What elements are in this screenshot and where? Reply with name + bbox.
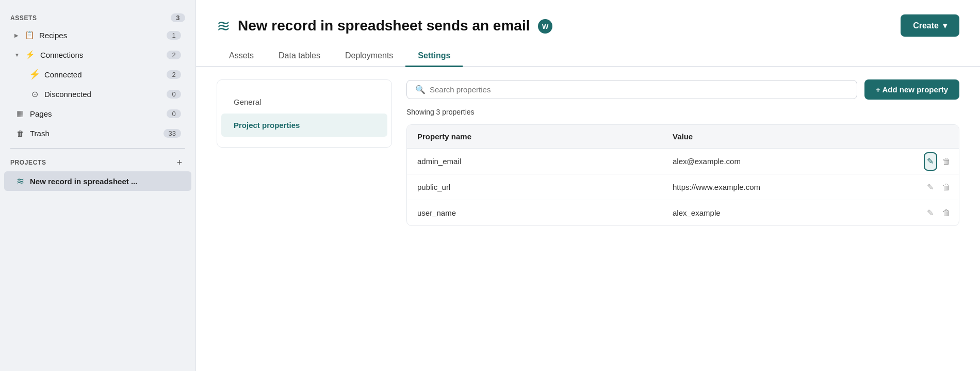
add-project-button[interactable]: + <box>174 157 185 168</box>
settings-left-panel: General Project properties <box>217 79 392 148</box>
settings-menu-project-properties[interactable]: Project properties <box>221 114 387 137</box>
col-actions <box>918 125 959 148</box>
settings-menu-general[interactable]: General <box>221 90 387 114</box>
sidebar-item-label-trash: Trash <box>30 129 159 138</box>
assets-section-header: ASSETS 3 <box>0 10 195 25</box>
connected-icon: ⚡ <box>29 69 40 80</box>
projects-section-header: PROJECTS + <box>0 154 195 171</box>
table-row: public_url https://www.example.com ✎ 🗑 <box>407 174 959 200</box>
property-name-2: user_name <box>407 200 662 225</box>
main-header: ≋ New record in spreadsheet sends an ema… <box>196 0 980 37</box>
add-property-button[interactable]: + Add new property <box>864 79 959 100</box>
sidebar-item-label-pages: Pages <box>30 109 162 118</box>
col-property-name: Property name <box>407 125 662 148</box>
recipes-icon: 📋 <box>24 29 35 41</box>
create-button-label: Create <box>913 21 939 30</box>
sidebar-item-label-recipes: Recipes <box>39 31 162 40</box>
page-title: New record in spreadsheet sends an email… <box>238 18 893 34</box>
property-name-1: public_url <box>407 174 662 200</box>
tab-assets[interactable]: Assets <box>217 46 266 67</box>
tabs-bar: Assets Data tables Deployments Settings <box>196 46 980 67</box>
connections-icon: ⚡ <box>25 49 36 60</box>
edit-property-2-button[interactable]: ✎ <box>924 204 937 222</box>
sidebar-item-connected[interactable]: ⚡ Connected 2 <box>4 64 191 84</box>
sidebar-item-active-project[interactable]: ≋ New record in spreadsheet ... <box>4 171 191 191</box>
property-name-0: admin_email <box>407 149 662 174</box>
table-header: Property name Value <box>407 125 959 149</box>
sidebar-item-trash[interactable]: 🗑 Trash 33 <box>4 123 191 143</box>
col-value: Value <box>662 125 918 148</box>
property-value-0: alex@example.com <box>662 149 918 174</box>
create-button[interactable]: Create ▾ <box>901 14 959 37</box>
sidebar: ASSETS 3 ▶ 📋 Recipes 1 ▼ ⚡ Connections 2… <box>0 0 196 371</box>
settings-content: General Project properties 🔍 + Add new p… <box>196 67 980 371</box>
sidebar-project-label: New record in spreadsheet ... <box>30 177 181 186</box>
projects-label: PROJECTS <box>10 159 46 166</box>
workspace-badge: W <box>538 19 552 34</box>
sidebar-item-recipes[interactable]: ▶ 📋 Recipes 1 <box>4 25 191 45</box>
properties-table: Property name Value admin_email alex@exa… <box>406 124 959 226</box>
connections-count-badge: 2 <box>167 51 181 59</box>
search-icon: 🔍 <box>415 85 426 94</box>
sidebar-item-label-disconnected: Disconnected <box>44 90 162 99</box>
disconnected-icon: ⊙ <box>29 88 40 100</box>
page-title-text: New record in spreadsheet sends an email <box>238 18 530 34</box>
recipes-collapse-icon: ▶ <box>14 33 19 38</box>
property-value-2: alex_example <box>662 200 918 225</box>
row-actions-0: ✎ 🗑 <box>918 152 959 171</box>
properties-toolbar: 🔍 + Add new property <box>406 79 959 100</box>
row-actions-2: ✎ 🗑 <box>918 204 959 222</box>
showing-count-label: Showing 3 properties <box>406 108 959 116</box>
sidebar-item-connections[interactable]: ▼ ⚡ Connections 2 <box>4 45 191 64</box>
main-content: ≋ New record in spreadsheet sends an ema… <box>196 0 980 371</box>
delete-property-2-button[interactable]: 🗑 <box>940 204 953 222</box>
project-icon: ≋ <box>14 175 26 187</box>
edit-property-1-button[interactable]: ✎ <box>924 178 937 197</box>
sidebar-item-disconnected[interactable]: ⊙ Disconnected 0 <box>4 84 191 104</box>
recipes-count-badge: 1 <box>167 31 181 40</box>
delete-property-0-button[interactable]: 🗑 <box>940 152 953 171</box>
delete-property-1-button[interactable]: 🗑 <box>940 178 953 197</box>
tab-deployments[interactable]: Deployments <box>333 46 405 67</box>
tab-settings[interactable]: Settings <box>405 46 463 67</box>
pages-count-badge: 0 <box>167 109 181 118</box>
connections-collapse-icon: ▼ <box>14 52 20 58</box>
tab-data-tables[interactable]: Data tables <box>266 46 333 67</box>
disconnected-count-badge: 0 <box>167 90 181 99</box>
sidebar-item-label-connections: Connections <box>40 51 162 59</box>
property-value-1: https://www.example.com <box>662 174 918 200</box>
create-chevron-icon: ▾ <box>943 21 947 30</box>
sidebar-divider <box>10 148 185 149</box>
table-row: admin_email alex@example.com ✎ 🗑 <box>407 149 959 174</box>
settings-right-panel: 🔍 + Add new property Showing 3 propertie… <box>406 79 959 359</box>
table-row: user_name alex_example ✎ 🗑 <box>407 200 959 225</box>
trash-count-badge: 33 <box>164 129 181 138</box>
row-actions-1: ✎ 🗑 <box>918 178 959 197</box>
project-header-icon: ≋ <box>217 16 231 36</box>
assets-label: ASSETS <box>10 14 37 22</box>
assets-count-badge: 3 <box>171 13 185 22</box>
sidebar-item-label-connected: Connected <box>44 70 162 79</box>
pages-icon: ▦ <box>14 108 26 119</box>
search-box: 🔍 <box>406 80 857 99</box>
search-input[interactable] <box>430 85 848 94</box>
trash-icon: 🗑 <box>14 127 26 139</box>
connected-count-badge: 2 <box>167 70 181 79</box>
edit-property-0-button[interactable]: ✎ <box>924 152 937 171</box>
sidebar-item-pages[interactable]: ▦ Pages 0 <box>4 104 191 123</box>
